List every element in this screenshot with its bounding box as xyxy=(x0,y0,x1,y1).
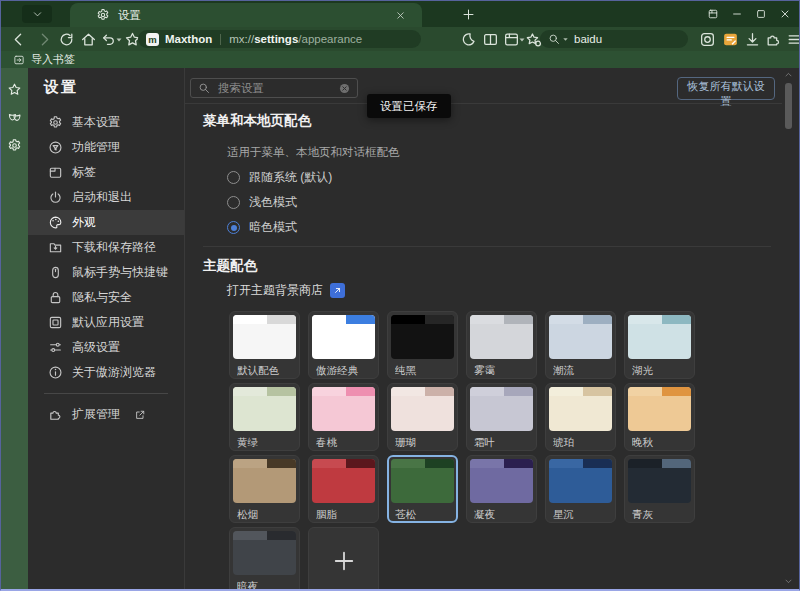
sidebar-item-下载和保存路径[interactable]: 下载和保存路径 xyxy=(28,235,184,260)
theme-card[interactable]: 暗夜 xyxy=(229,527,300,591)
theme-name: 湖光 xyxy=(632,364,691,378)
tab-list-button[interactable] xyxy=(22,5,52,23)
screenshot-button[interactable] xyxy=(699,31,716,48)
theme-card[interactable]: 默认配色 xyxy=(229,311,300,379)
theme-name: 晚秋 xyxy=(632,436,691,450)
skins-icon[interactable] xyxy=(7,110,22,125)
back-button[interactable] xyxy=(10,31,27,48)
theme-card[interactable]: 胭脂 xyxy=(308,455,379,523)
sidebar-item-label: 关于傲游浏览器 xyxy=(72,364,156,381)
main-menu-button[interactable] xyxy=(786,31,800,48)
theme-card[interactable]: 珊瑚 xyxy=(387,383,458,451)
scrollbar[interactable] xyxy=(783,70,794,586)
sidebar-item-隐私与安全[interactable]: 隐私与安全 xyxy=(28,285,184,310)
notes-button[interactable] xyxy=(722,31,739,48)
theme-card[interactable]: 湖光 xyxy=(624,311,695,379)
settings-search-box[interactable] xyxy=(190,78,358,98)
theme-card[interactable]: 琥珀 xyxy=(545,383,616,451)
sidebar-item-标签[interactable]: 标签 xyxy=(28,160,184,185)
theme-name: 默认配色 xyxy=(237,364,296,378)
theme-thumbnail-accent xyxy=(504,459,533,468)
theme-card[interactable]: 星沉 xyxy=(545,455,616,523)
app-window-icon xyxy=(48,315,63,330)
scroll-up-icon[interactable] xyxy=(784,70,793,79)
theme-thumbnail-tabstrip xyxy=(549,387,612,396)
theme-card[interactable]: 青灰 xyxy=(624,455,695,523)
chevron-down-icon xyxy=(32,9,43,20)
theme-thumbnail-tabstrip xyxy=(470,315,533,324)
theme-card[interactable]: 松烟 xyxy=(229,455,300,523)
minimize-button[interactable] xyxy=(725,3,749,25)
split-screen-button[interactable] xyxy=(482,31,499,48)
workspace-button[interactable] xyxy=(701,3,725,25)
settings-gear-icon[interactable] xyxy=(7,138,22,153)
refresh-button[interactable] xyxy=(58,31,75,48)
theme-card[interactable]: 傲游经典 xyxy=(308,311,379,379)
theme-thumbnail xyxy=(470,459,533,503)
night-mode-button[interactable] xyxy=(460,31,477,48)
extensions-button[interactable] xyxy=(765,31,782,48)
sidebar-item-外观[interactable]: 外观 xyxy=(28,210,184,235)
palette-icon xyxy=(48,215,63,230)
downloads-button[interactable] xyxy=(744,31,761,48)
favorites-star-icon[interactable] xyxy=(7,82,22,97)
theme-card[interactable]: 晚秋 xyxy=(624,383,695,451)
close-window-button[interactable] xyxy=(773,3,797,25)
color-mode-option[interactable]: 跟随系统 (默认) xyxy=(227,165,332,190)
theme-name: 潮流 xyxy=(553,364,612,378)
theme-card[interactable]: 纯黑 xyxy=(387,311,458,379)
sidebar-item-高级设置[interactable]: 高级设置 xyxy=(28,335,184,360)
theme-store-link[interactable]: 打开主题背景商店 xyxy=(227,282,345,299)
import-bookmarks-button[interactable]: 导入书签 xyxy=(13,52,75,67)
address-bar[interactable]: m Maxthon mx://settings/appearance xyxy=(138,30,421,48)
color-mode-option[interactable]: 暗色模式 xyxy=(227,215,332,240)
theme-card[interactable]: 黄绿 xyxy=(229,383,300,451)
open-store-icon[interactable] xyxy=(330,283,345,298)
theme-store-label: 打开主题背景商店 xyxy=(227,282,323,299)
reset-defaults-button[interactable]: 恢复所有默认设置 xyxy=(677,77,775,100)
sidebar-item-基本设置[interactable]: 基本设置 xyxy=(28,110,184,135)
sidebar-item-启动和退出[interactable]: 启动和退出 xyxy=(28,185,184,210)
theme-thumbnail-accent xyxy=(267,531,296,540)
theme-card[interactable]: 潮流 xyxy=(545,311,616,379)
clear-search-icon[interactable] xyxy=(338,82,351,95)
theme-card[interactable]: 春桃 xyxy=(308,383,379,451)
settings-nav: 基本设置功能管理标签启动和退出外观下载和保存路径鼠标手势与快捷键隐私与安全默认应… xyxy=(28,110,184,427)
theme-card[interactable]: 雾霭 xyxy=(466,311,537,379)
theme-card[interactable]: 苍松 xyxy=(387,455,458,523)
theme-name: 暗夜 xyxy=(237,580,296,591)
theme-thumbnail-tab xyxy=(233,315,267,324)
tab-close-icon[interactable] xyxy=(395,10,406,21)
home-button[interactable] xyxy=(80,31,97,48)
sidebar-item-扩展管理[interactable]: 扩展管理 xyxy=(28,402,184,427)
theme-name: 琥珀 xyxy=(553,436,612,450)
add-theme-button[interactable] xyxy=(308,527,379,591)
theme-thumbnail xyxy=(391,387,454,431)
theme-thumbnail-tab xyxy=(549,315,583,324)
sidebar-item-鼠标手势与快捷键[interactable]: 鼠标手势与快捷键 xyxy=(28,260,184,285)
undo-dropdown-icon[interactable] xyxy=(115,36,123,44)
tab-settings[interactable]: 设置 xyxy=(70,3,422,27)
color-mode-option[interactable]: 浅色模式 xyxy=(227,190,332,215)
scrollbar-thumb[interactable] xyxy=(785,83,792,129)
settings-search-input[interactable] xyxy=(216,81,338,95)
sidebar-item-功能管理[interactable]: 功能管理 xyxy=(28,135,184,160)
theme-card[interactable]: 凝夜 xyxy=(466,455,537,523)
new-tab-button[interactable] xyxy=(456,5,480,24)
sidebar-item-默认应用设置[interactable]: 默认应用设置 xyxy=(28,310,184,335)
theme-card[interactable]: 霜叶 xyxy=(466,383,537,451)
theme-thumbnail-tabstrip xyxy=(391,459,454,468)
theme-thumbnail-tabstrip xyxy=(628,315,691,324)
scroll-down-icon[interactable] xyxy=(784,577,793,586)
forward-button[interactable] xyxy=(36,31,53,48)
funnel-icon xyxy=(48,140,63,155)
search-engine-caret-icon[interactable] xyxy=(562,36,569,43)
sidebar-item-label: 基本设置 xyxy=(72,114,120,131)
import-bookmarks-label: 导入书签 xyxy=(31,52,75,67)
sidebar-item-关于傲游浏览器[interactable]: 关于傲游浏览器 xyxy=(28,360,184,385)
theme-thumbnail xyxy=(549,459,612,503)
theme-thumbnail-tabstrip xyxy=(233,387,296,396)
sidebar-item-label: 功能管理 xyxy=(72,139,120,156)
toolbar-search-box[interactable]: baidu xyxy=(540,30,688,48)
maximize-button[interactable] xyxy=(749,3,773,25)
